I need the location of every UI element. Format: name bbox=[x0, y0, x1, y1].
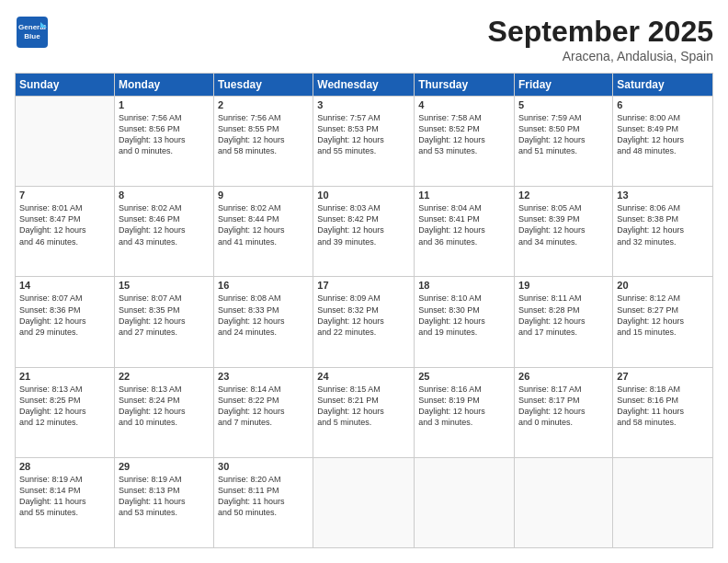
calendar-week-row: 28Sunrise: 8:19 AMSunset: 8:14 PMDayligh… bbox=[16, 457, 713, 547]
day-number: 12 bbox=[518, 190, 609, 201]
col-friday: Friday bbox=[515, 74, 613, 97]
day-info: Sunrise: 7:57 AMSunset: 8:53 PMDaylight:… bbox=[317, 112, 410, 157]
table-row: 8Sunrise: 8:02 AMSunset: 8:46 PMDaylight… bbox=[114, 187, 213, 277]
table-row: 30Sunrise: 8:20 AMSunset: 8:11 PMDayligh… bbox=[214, 457, 313, 547]
table-row: 11Sunrise: 8:04 AMSunset: 8:41 PMDayligh… bbox=[415, 187, 515, 277]
table-row: 26Sunrise: 8:17 AMSunset: 8:17 PMDayligh… bbox=[515, 367, 613, 457]
calendar-week-row: 7Sunrise: 8:01 AMSunset: 8:47 PMDaylight… bbox=[16, 187, 713, 277]
table-row: 6Sunrise: 8:00 AMSunset: 8:49 PMDaylight… bbox=[613, 97, 713, 187]
month-title: September 2025 bbox=[488, 15, 713, 49]
table-row bbox=[515, 457, 613, 547]
table-row: 2Sunrise: 7:56 AMSunset: 8:55 PMDaylight… bbox=[214, 97, 313, 187]
table-row: 10Sunrise: 8:03 AMSunset: 8:42 PMDayligh… bbox=[313, 187, 415, 277]
table-row bbox=[16, 97, 115, 187]
day-number: 6 bbox=[617, 99, 709, 110]
table-row: 12Sunrise: 8:05 AMSunset: 8:39 PMDayligh… bbox=[515, 187, 613, 277]
table-row: 20Sunrise: 8:12 AMSunset: 8:27 PMDayligh… bbox=[613, 277, 713, 367]
table-row: 29Sunrise: 8:19 AMSunset: 8:13 PMDayligh… bbox=[114, 457, 213, 547]
table-row: 18Sunrise: 8:10 AMSunset: 8:30 PMDayligh… bbox=[415, 277, 515, 367]
calendar-week-row: 1Sunrise: 7:56 AMSunset: 8:56 PMDaylight… bbox=[16, 97, 713, 187]
table-row: 21Sunrise: 8:13 AMSunset: 8:25 PMDayligh… bbox=[16, 367, 115, 457]
header: General Blue September 2025 Aracena, And… bbox=[15, 15, 713, 63]
table-row bbox=[613, 457, 713, 547]
day-info: Sunrise: 8:03 AMSunset: 8:42 PMDaylight:… bbox=[317, 202, 410, 247]
table-row: 25Sunrise: 8:16 AMSunset: 8:19 PMDayligh… bbox=[415, 367, 515, 457]
day-info: Sunrise: 8:20 AMSunset: 8:11 PMDaylight:… bbox=[218, 474, 309, 519]
day-number: 29 bbox=[119, 461, 210, 472]
day-info: Sunrise: 8:13 AMSunset: 8:25 PMDaylight:… bbox=[19, 384, 110, 429]
day-info: Sunrise: 8:00 AMSunset: 8:49 PMDaylight:… bbox=[617, 112, 709, 157]
day-number: 5 bbox=[518, 99, 609, 110]
table-row: 22Sunrise: 8:13 AMSunset: 8:24 PMDayligh… bbox=[114, 367, 213, 457]
col-sunday: Sunday bbox=[16, 74, 115, 97]
day-number: 30 bbox=[218, 461, 309, 472]
logo-icon: General Blue bbox=[15, 15, 50, 50]
table-row: 14Sunrise: 8:07 AMSunset: 8:36 PMDayligh… bbox=[16, 277, 115, 367]
table-row: 5Sunrise: 7:59 AMSunset: 8:50 PMDaylight… bbox=[515, 97, 613, 187]
calendar-week-row: 21Sunrise: 8:13 AMSunset: 8:25 PMDayligh… bbox=[16, 367, 713, 457]
day-number: 14 bbox=[19, 280, 110, 291]
table-row: 23Sunrise: 8:14 AMSunset: 8:22 PMDayligh… bbox=[214, 367, 313, 457]
day-number: 3 bbox=[317, 99, 410, 110]
day-number: 25 bbox=[418, 371, 510, 382]
day-number: 27 bbox=[617, 371, 709, 382]
day-number: 22 bbox=[119, 371, 210, 382]
day-number: 18 bbox=[418, 280, 510, 291]
day-number: 1 bbox=[119, 99, 210, 110]
calendar-week-row: 14Sunrise: 8:07 AMSunset: 8:36 PMDayligh… bbox=[16, 277, 713, 367]
day-info: Sunrise: 8:01 AMSunset: 8:47 PMDaylight:… bbox=[19, 202, 110, 247]
location: Aracena, Andalusia, Spain bbox=[488, 49, 713, 63]
day-number: 23 bbox=[218, 371, 309, 382]
day-number: 4 bbox=[418, 99, 510, 110]
table-row: 7Sunrise: 8:01 AMSunset: 8:47 PMDaylight… bbox=[16, 187, 115, 277]
day-number: 2 bbox=[218, 99, 309, 110]
day-info: Sunrise: 8:19 AMSunset: 8:14 PMDaylight:… bbox=[19, 474, 110, 519]
table-row: 3Sunrise: 7:57 AMSunset: 8:53 PMDaylight… bbox=[313, 97, 415, 187]
col-monday: Monday bbox=[114, 74, 213, 97]
day-info: Sunrise: 8:02 AMSunset: 8:44 PMDaylight:… bbox=[218, 202, 309, 247]
day-info: Sunrise: 8:10 AMSunset: 8:30 PMDaylight:… bbox=[418, 293, 510, 338]
table-row: 19Sunrise: 8:11 AMSunset: 8:28 PMDayligh… bbox=[515, 277, 613, 367]
day-info: Sunrise: 8:07 AMSunset: 8:35 PMDaylight:… bbox=[119, 293, 210, 338]
day-info: Sunrise: 8:11 AMSunset: 8:28 PMDaylight:… bbox=[518, 293, 609, 338]
day-number: 20 bbox=[617, 280, 709, 291]
day-number: 16 bbox=[218, 280, 309, 291]
day-info: Sunrise: 8:02 AMSunset: 8:46 PMDaylight:… bbox=[119, 202, 210, 247]
day-number: 15 bbox=[119, 280, 210, 291]
day-number: 26 bbox=[518, 371, 609, 382]
title-block: September 2025 Aracena, Andalusia, Spain bbox=[488, 15, 713, 63]
calendar-table: Sunday Monday Tuesday Wednesday Thursday… bbox=[15, 73, 713, 548]
table-row: 17Sunrise: 8:09 AMSunset: 8:32 PMDayligh… bbox=[313, 277, 415, 367]
day-info: Sunrise: 8:16 AMSunset: 8:19 PMDaylight:… bbox=[418, 384, 510, 429]
svg-text:Blue: Blue bbox=[24, 32, 40, 40]
day-info: Sunrise: 7:56 AMSunset: 8:56 PMDaylight:… bbox=[119, 112, 210, 157]
table-row: 9Sunrise: 8:02 AMSunset: 8:44 PMDaylight… bbox=[214, 187, 313, 277]
day-number: 8 bbox=[119, 190, 210, 201]
day-info: Sunrise: 7:58 AMSunset: 8:52 PMDaylight:… bbox=[418, 112, 510, 157]
table-row bbox=[415, 457, 515, 547]
day-number: 11 bbox=[418, 190, 510, 201]
day-info: Sunrise: 7:59 AMSunset: 8:50 PMDaylight:… bbox=[518, 112, 609, 157]
day-info: Sunrise: 8:13 AMSunset: 8:24 PMDaylight:… bbox=[119, 384, 210, 429]
page: General Blue September 2025 Aracena, And… bbox=[0, 0, 728, 563]
day-info: Sunrise: 8:09 AMSunset: 8:32 PMDaylight:… bbox=[317, 293, 410, 338]
day-number: 21 bbox=[19, 371, 110, 382]
table-row: 13Sunrise: 8:06 AMSunset: 8:38 PMDayligh… bbox=[613, 187, 713, 277]
col-thursday: Thursday bbox=[415, 74, 515, 97]
day-number: 17 bbox=[317, 280, 410, 291]
calendar-header-row: Sunday Monday Tuesday Wednesday Thursday… bbox=[16, 74, 713, 97]
day-info: Sunrise: 8:04 AMSunset: 8:41 PMDaylight:… bbox=[418, 202, 510, 247]
day-info: Sunrise: 8:08 AMSunset: 8:33 PMDaylight:… bbox=[218, 293, 309, 338]
day-number: 28 bbox=[19, 461, 110, 472]
table-row: 27Sunrise: 8:18 AMSunset: 8:16 PMDayligh… bbox=[613, 367, 713, 457]
table-row: 4Sunrise: 7:58 AMSunset: 8:52 PMDaylight… bbox=[415, 97, 515, 187]
table-row: 24Sunrise: 8:15 AMSunset: 8:21 PMDayligh… bbox=[313, 367, 415, 457]
day-number: 13 bbox=[617, 190, 709, 201]
day-info: Sunrise: 8:05 AMSunset: 8:39 PMDaylight:… bbox=[518, 202, 609, 247]
day-number: 7 bbox=[19, 190, 110, 201]
table-row: 16Sunrise: 8:08 AMSunset: 8:33 PMDayligh… bbox=[214, 277, 313, 367]
logo: General Blue bbox=[15, 15, 50, 53]
day-info: Sunrise: 8:18 AMSunset: 8:16 PMDaylight:… bbox=[617, 384, 709, 429]
day-info: Sunrise: 8:06 AMSunset: 8:38 PMDaylight:… bbox=[617, 202, 709, 247]
col-wednesday: Wednesday bbox=[313, 74, 415, 97]
